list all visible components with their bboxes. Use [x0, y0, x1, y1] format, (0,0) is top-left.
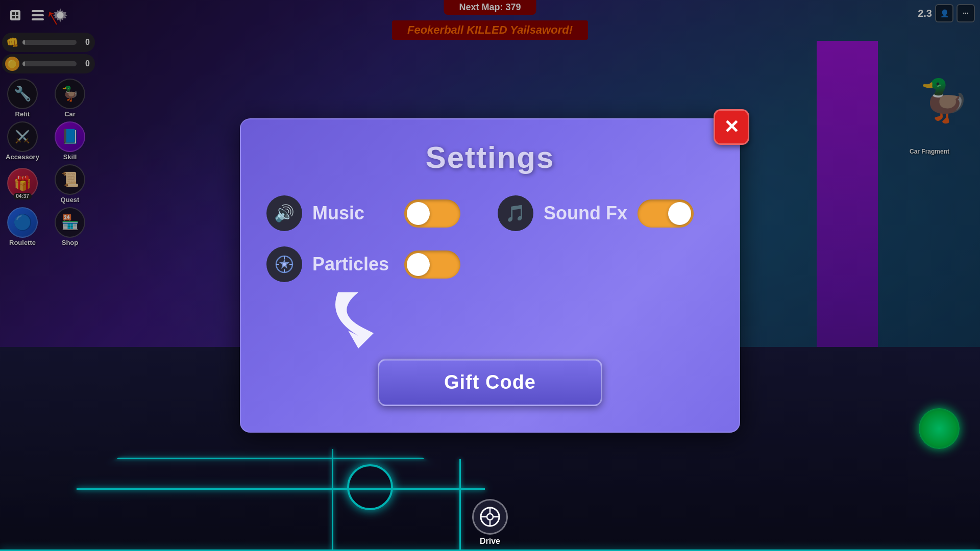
modal-overlay: ✕ Settings 🔊 Music 🎵 Sound Fx: [0, 0, 980, 551]
particles-toggle[interactable]: [404, 251, 460, 279]
music-toggle-knob: [407, 202, 430, 225]
music-icon: 🔊: [274, 204, 295, 223]
white-arrow-svg: [317, 287, 420, 348]
svg-point-11: [283, 263, 286, 266]
drive-circle-icon: [472, 499, 508, 535]
particles-label: Particles: [312, 254, 394, 275]
settings-title: Settings: [266, 140, 714, 175]
music-icon-circle: 🔊: [266, 195, 302, 231]
music-toggle[interactable]: [404, 199, 460, 228]
gift-code-button[interactable]: Gift Code: [378, 359, 602, 406]
soundfx-icon: 🎵: [505, 204, 526, 223]
particles-icon-circle: [266, 246, 302, 282]
soundfx-toggle[interactable]: [638, 199, 694, 228]
soundfx-toggle-knob: [668, 202, 691, 225]
steering-wheel-icon: [479, 506, 501, 528]
drive-label: Drive: [480, 537, 500, 546]
setting-group-music: 🔊 Music: [266, 195, 482, 231]
settings-row-particles: Particles: [266, 246, 714, 282]
close-button[interactable]: ✕: [714, 109, 749, 145]
soundfx-icon-circle: 🎵: [498, 195, 533, 231]
settings-row-audio: 🔊 Music 🎵 Sound Fx: [266, 195, 714, 231]
particles-toggle-knob: [407, 253, 430, 276]
drive-button[interactable]: Drive: [472, 499, 508, 546]
setting-group-soundfx: 🎵 Sound Fx: [498, 195, 714, 231]
settings-modal: ✕ Settings 🔊 Music 🎵 Sound Fx: [240, 118, 740, 433]
setting-group-particles: Particles: [266, 246, 714, 282]
soundfx-label: Sound Fx: [544, 203, 627, 224]
arrow-area: [266, 297, 714, 348]
music-label: Music: [312, 203, 394, 224]
particles-icon: [275, 255, 293, 273]
